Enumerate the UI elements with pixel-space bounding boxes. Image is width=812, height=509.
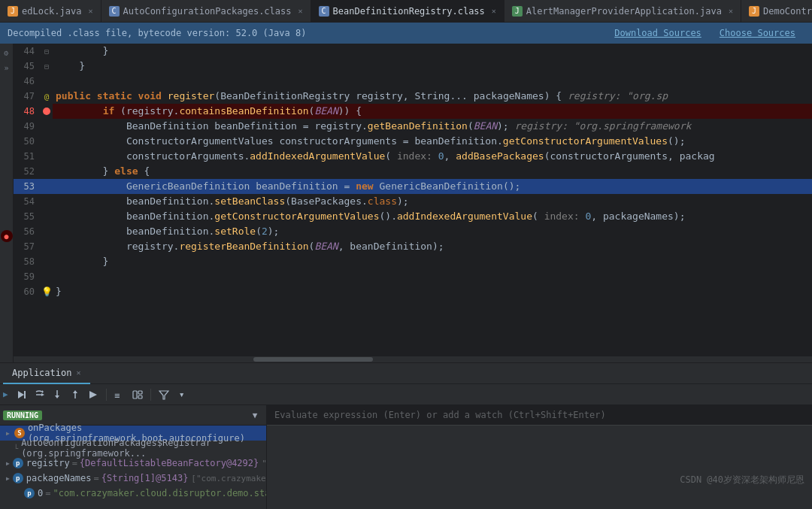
tab-close-alertmgr[interactable]: ✕	[729, 7, 733, 15]
run-to-cursor-button[interactable]	[85, 386, 102, 403]
code-line-49: 49 BeanDefinition beanDefinition = regis…	[14, 119, 812, 134]
code-line-54: 54 beanDefinition.setBeanClass(BasePacka…	[14, 194, 812, 209]
code-line-44: 44 ⊟ }	[14, 44, 812, 59]
debug-sidebar-icon[interactable]: ●	[1, 230, 13, 242]
svg-rect-11	[133, 391, 137, 398]
watch-panel	[267, 405, 812, 509]
svg-rect-12	[138, 391, 142, 394]
code-line-58: 58 }	[14, 254, 812, 269]
evaluate-button[interactable]: ≡	[111, 386, 128, 403]
info-bar: Decompiled .class file, bytecode version…	[0, 23, 812, 44]
code-line-56: 56 beanDefinition.setRole(2);	[14, 224, 812, 239]
settings-sidebar-icon[interactable]: ⚙	[1, 47, 13, 59]
tab-icon-democontro: J	[749, 6, 759, 17]
code-line-45: 45 ⊟ }	[14, 59, 812, 74]
svg-marker-2	[42, 390, 44, 393]
var-item-0[interactable]: p 0 = "com.crazymaker.cloud.disruptor.de…	[0, 486, 266, 501]
svg-text:≡: ≡	[114, 390, 120, 400]
info-bar-actions: Download Sources Choose Sources	[605, 25, 804, 41]
fold-icon-45[interactable]: ⊟	[44, 62, 49, 71]
svg-marker-14	[159, 391, 168, 399]
var-icon-registry: p	[13, 458, 23, 468]
code-line-60: 60 💡 }	[14, 284, 812, 299]
running-badge: RUNNING	[3, 411, 42, 420]
expand-sidebar-icon[interactable]: »	[1, 62, 13, 74]
filter-vars-button[interactable]: ▼	[247, 407, 263, 423]
panel-tabs: Application ✕	[0, 363, 812, 384]
left-sidebar: ⚙ » ●	[0, 44, 14, 362]
step-into-button[interactable]	[49, 386, 65, 403]
code-line-46: 46	[14, 74, 812, 89]
var-icon-0: p	[24, 488, 35, 498]
fold-icon-44[interactable]: ⊟	[44, 47, 49, 56]
code-line-48: 48 if (registry.containsBeanDefinition(B…	[14, 104, 812, 119]
svg-marker-4	[41, 393, 44, 396]
code-line-51: 51 constructorArguments.addIndexedArgume…	[14, 149, 812, 164]
tab-close-autoconfig[interactable]: ✕	[298, 7, 302, 15]
download-sources-button[interactable]: Download Sources	[605, 25, 710, 41]
tab-icon-alertmgr: J	[512, 6, 523, 17]
step-out-button[interactable]	[67, 386, 83, 403]
info-bar-text: Decompiled .class file, bytecode version…	[8, 28, 306, 38]
svg-rect-13	[138, 395, 142, 398]
panel-tab-application[interactable]: Application ✕	[3, 363, 90, 384]
tab-alertmgr[interactable]: J AlertManagerProviderApplication.java ✕	[504, 0, 741, 23]
filter-button[interactable]	[156, 386, 172, 403]
choose-sources-button[interactable]: Choose Sources	[710, 25, 804, 41]
svg-marker-0	[18, 391, 24, 398]
tab-icon-edlock: J	[8, 6, 18, 17]
watermark: CSDN @40岁资深老架构师尼恩	[680, 474, 804, 486]
tab-label-alertmgr: AlertManagerProviderApplication.java	[526, 6, 722, 17]
svg-marker-9	[89, 391, 97, 398]
var-icon-onpackages: S	[14, 428, 25, 438]
code-line-59: 59	[14, 269, 812, 284]
var-item-registrar[interactable]: └ AutoConfigurationPackages$Registrar (o…	[0, 441, 266, 456]
svg-rect-1	[24, 391, 26, 398]
step-over-button[interactable]	[31, 386, 47, 403]
variables-panel: RUNNING ▼ ▶ S onPackages (org.springfram…	[0, 405, 812, 509]
code-line-57: 57 registry.registerBeanDefinition(BEAN,…	[14, 239, 812, 254]
panel-tab-application-label: Application	[12, 368, 71, 378]
var-item-packagenames[interactable]: ▶ p packageNames = {String[1]@5143} ["co…	[0, 471, 266, 486]
tab-label-autoconfig: AutoConfigurationPackages.class	[123, 6, 292, 17]
debugger-label: ▶	[3, 389, 11, 399]
code-line-52: 52 } else {	[14, 164, 812, 179]
tab-edlock[interactable]: J edLock.java ✕	[0, 0, 102, 23]
debugger-toolbar: ▶ ≡	[0, 384, 812, 405]
evaluate-expression-input[interactable]	[267, 405, 812, 426]
tab-label-democontro: DemoContro...	[763, 6, 812, 17]
tab-autoconfig[interactable]: C AutoConfigurationPackages.class ✕	[102, 0, 311, 23]
collapse-button[interactable]: ▾	[174, 386, 190, 403]
code-lines: 44 ⊟ } 45 ⊟ } 46	[14, 44, 812, 299]
tab-label-beandef: BeanDefinitionRegistry.class	[333, 6, 485, 17]
variable-tree: RUNNING ▼ ▶ S onPackages (org.springfram…	[0, 405, 267, 509]
var-icon-packagenames: p	[13, 473, 23, 483]
breakpoint-dot-48	[43, 108, 50, 115]
code-line-47: 47 @ public static void register(BeanDef…	[14, 89, 812, 104]
var-item-registry[interactable]: ▶ p registry = {DefaultListableBeanFacto…	[0, 456, 266, 471]
code-line-53: 53 GenericBeanDefinition beanDefinition …	[14, 179, 812, 194]
layout-button[interactable]	[129, 386, 146, 403]
horizontal-scrollbar[interactable]	[14, 356, 812, 362]
panel-tab-close-application[interactable]: ✕	[76, 368, 80, 377]
tab-close-beandef[interactable]: ✕	[492, 7, 496, 15]
tab-close-edlock[interactable]: ✕	[88, 7, 92, 15]
tab-beandef[interactable]: C BeanDefinitionRegistry.class ✕	[311, 0, 504, 23]
bulb-icon-60[interactable]: 💡	[41, 286, 53, 297]
tab-democontro[interactable]: J DemoContro... ✕	[741, 0, 812, 23]
code-line-50: 50 ConstructorArgumentValues constructor…	[14, 134, 812, 149]
toolbar-separator-1	[106, 389, 107, 401]
tab-bar: J edLock.java ✕ C AutoConfigurationPacka…	[0, 0, 812, 23]
scrollbar-thumb[interactable]	[253, 357, 373, 362]
tab-label-edlock: edLock.java	[22, 6, 81, 17]
tab-icon-autoconfig: C	[109, 6, 120, 17]
bottom-panel: Application ✕ ▶ ≡	[0, 362, 812, 509]
code-line-55: 55 beanDefinition.getConstructorArgument…	[14, 209, 812, 224]
toolbar-separator-2	[150, 389, 151, 401]
code-editor: 44 ⊟ } 45 ⊟ } 46	[14, 44, 812, 362]
svg-marker-6	[55, 395, 59, 398]
tab-icon-beandef: C	[319, 6, 329, 17]
resume-button[interactable]	[13, 386, 29, 403]
svg-marker-8	[73, 390, 77, 393]
